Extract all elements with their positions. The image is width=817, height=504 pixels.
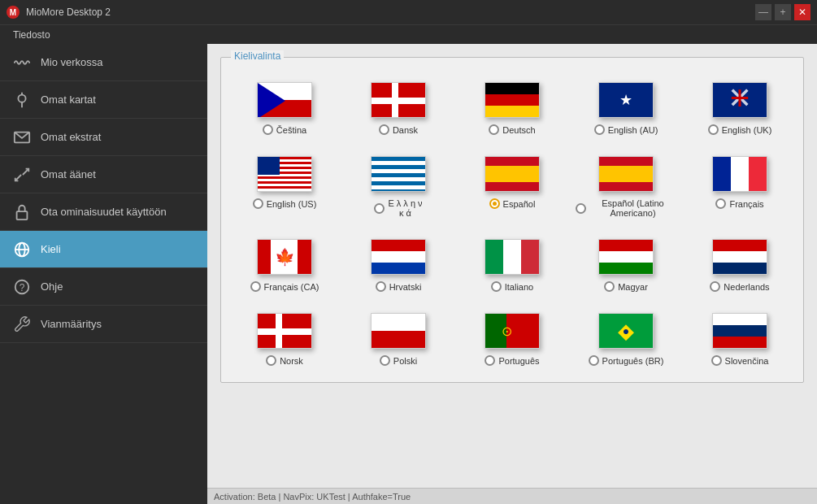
- content-scroll[interactable]: Kielivalinta ČeštinaDanskDeutschEnglish …: [207, 44, 817, 488]
- lang-label-nl: Nederlands: [724, 282, 769, 292]
- radio-row-es: Español: [489, 198, 536, 209]
- radio-row-pl: Polski: [380, 355, 417, 366]
- radio-es-la[interactable]: [576, 203, 586, 214]
- flag-en-uk: [712, 82, 767, 118]
- radio-de[interactable]: [489, 124, 499, 135]
- sidebar: Mio verkossa Omat kartat Omat ekstrat: [0, 44, 207, 504]
- sidebar-item-omat-ekstrat[interactable]: Omat ekstrat: [0, 119, 207, 156]
- flag-pt-br: [598, 313, 654, 349]
- language-item-es[interactable]: Español: [458, 148, 566, 224]
- language-item-pt-br[interactable]: Português (BR): [572, 305, 680, 372]
- radio-nl[interactable]: [710, 281, 720, 292]
- radio-row-el: Ε λ λ η ν κ ά: [374, 198, 422, 218]
- flag-hu: [598, 239, 654, 275]
- radio-row-hr: Hrvatski: [376, 281, 422, 292]
- radio-en-au[interactable]: [594, 124, 605, 135]
- lang-label-en-au: English (AU): [608, 125, 658, 135]
- window-controls: — + ✕: [755, 4, 810, 20]
- radio-el[interactable]: [374, 203, 385, 214]
- radio-hr[interactable]: [376, 281, 386, 292]
- radio-da[interactable]: [379, 124, 389, 135]
- flag-container-cs: [255, 80, 314, 119]
- radio-row-en-us: English (US): [253, 198, 317, 209]
- title-bar: M MioMore Desktop 2 — + ✕: [0, 0, 817, 24]
- sidebar-item-kieli[interactable]: Kieli: [0, 231, 207, 268]
- flag-en-us: [257, 156, 312, 192]
- language-item-cs[interactable]: Čeština: [231, 74, 338, 141]
- language-item-el[interactable]: Ε λ λ η ν κ ά: [345, 148, 452, 224]
- flag-container-da: [369, 80, 428, 119]
- app-icon: M: [7, 6, 20, 19]
- language-item-nl[interactable]: Nederlands: [686, 231, 793, 298]
- question-icon: ?: [13, 278, 31, 296]
- flag-en-au: [598, 82, 654, 118]
- language-item-de[interactable]: Deutsch: [458, 74, 566, 141]
- close-button[interactable]: ✕: [794, 4, 810, 20]
- lang-label-fr: Français: [729, 199, 763, 209]
- radio-cs[interactable]: [263, 124, 273, 135]
- language-item-da[interactable]: Dansk: [345, 74, 452, 141]
- sidebar-item-ota-ominaisuudet[interactable]: Ota ominaisuudet käyttöön: [0, 193, 207, 231]
- lang-label-cs: Čeština: [276, 125, 306, 135]
- flag-nl: [712, 239, 767, 275]
- radio-fr-ca[interactable]: [250, 281, 261, 292]
- flag-container-en-uk: [711, 80, 769, 119]
- language-item-en-au[interactable]: English (AU): [572, 74, 680, 141]
- sidebar-item-mio-verkossa[interactable]: Mio verkossa: [0, 44, 207, 81]
- flag-container-hr: [369, 237, 428, 276]
- language-item-fr-ca[interactable]: Français (CA): [231, 231, 338, 298]
- lang-label-en-uk: English (UK): [722, 125, 772, 135]
- radio-hu[interactable]: [604, 281, 615, 292]
- radio-en-uk[interactable]: [708, 124, 719, 135]
- radio-pt[interactable]: [485, 355, 495, 366]
- sidebar-item-ohje[interactable]: ? Ohje: [0, 268, 207, 306]
- language-item-hu[interactable]: Magyar: [572, 231, 680, 298]
- radio-pl[interactable]: [380, 355, 390, 366]
- language-item-hr[interactable]: Hrvatski: [345, 231, 452, 298]
- radio-fr[interactable]: [715, 198, 726, 209]
- menu-tiedosto[interactable]: Tiedosto: [7, 28, 57, 42]
- radio-row-da: Dansk: [379, 124, 418, 135]
- language-item-no[interactable]: Norsk: [231, 305, 338, 372]
- radio-row-it: Italiano: [491, 281, 533, 292]
- radio-no[interactable]: [266, 355, 276, 366]
- language-item-fr[interactable]: Français: [686, 148, 793, 224]
- status-bar: Activation: Beta | NavPix: UKTest | Auth…: [207, 488, 817, 504]
- maximize-button[interactable]: +: [775, 4, 791, 20]
- language-item-it[interactable]: Italiano: [458, 231, 566, 298]
- radio-es[interactable]: [489, 198, 500, 209]
- flag-it: [485, 239, 540, 275]
- flag-hr: [371, 239, 426, 275]
- nav-label-ohje: Ohje: [41, 280, 63, 293]
- lang-label-da: Dansk: [393, 125, 418, 135]
- lock-icon: [13, 203, 31, 221]
- sidebar-item-omat-aanet[interactable]: Omat äänet: [0, 156, 207, 193]
- radio-pt-br[interactable]: [589, 355, 599, 366]
- radio-row-nl: Nederlands: [710, 281, 769, 292]
- flag-container-pl: [369, 311, 428, 350]
- flag-container-no: [255, 311, 314, 350]
- sidebar-item-omat-kartat[interactable]: Omat kartat: [0, 81, 207, 119]
- radio-it[interactable]: [491, 281, 502, 292]
- nav-label-mio-verkossa: Mio verkossa: [41, 56, 103, 68]
- svg-line-5: [15, 175, 21, 180]
- language-item-en-us[interactable]: English (US): [231, 148, 338, 224]
- radio-row-no: Norsk: [266, 355, 303, 366]
- svg-line-4: [23, 168, 28, 174]
- radio-sk[interactable]: [711, 355, 722, 366]
- main-layout: Mio verkossa Omat kartat Omat ekstrat: [0, 44, 817, 504]
- language-item-pt[interactable]: Português: [458, 305, 566, 372]
- flag-el: [371, 156, 426, 192]
- language-item-pl[interactable]: Polski: [345, 305, 452, 372]
- radio-en-us[interactable]: [253, 198, 263, 209]
- sidebar-item-vianmaaritys[interactable]: Vianmääritys: [0, 306, 207, 343]
- nav-label-omat-kartat: Omat kartat: [41, 93, 96, 106]
- lang-label-de: Deutsch: [502, 125, 535, 135]
- menu-bar: Tiedosto: [0, 24, 817, 44]
- minimize-button[interactable]: —: [755, 4, 771, 20]
- flag-container-hu: [597, 237, 655, 276]
- flag-es: [485, 156, 540, 192]
- language-item-es-la[interactable]: Español (Latino Americano): [572, 148, 680, 224]
- language-item-en-uk[interactable]: English (UK): [686, 74, 793, 141]
- language-item-sk[interactable]: Slovenčina: [686, 305, 793, 372]
